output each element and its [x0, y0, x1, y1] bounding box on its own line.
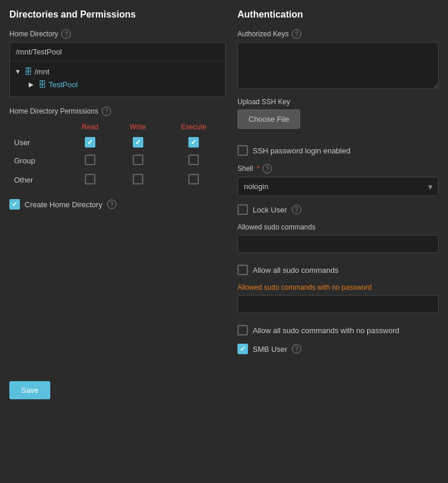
- shell-help-icon[interactable]: ?: [263, 164, 272, 173]
- user-write-checkbox[interactable]: [133, 137, 143, 148]
- perm-row-user-label: User: [9, 133, 66, 151]
- smb-user-row: SMB User ?: [237, 344, 439, 354]
- group-write-checkbox[interactable]: [133, 155, 143, 165]
- authorized-keys-label: Authorized Keys: [237, 30, 288, 38]
- home-directory-label: Home Directory: [9, 30, 58, 38]
- smb-user-label: SMB User: [253, 345, 287, 354]
- allow-all-sudo-no-pwd-checkbox[interactable]: [237, 325, 248, 335]
- tree-child-label: TestPool: [49, 80, 78, 89]
- child-folder-icon: 🗄: [38, 80, 46, 89]
- tree-child-node[interactable]: ▶ 🗄 TestPool: [29, 78, 220, 91]
- allow-all-sudo-checkbox[interactable]: [237, 265, 248, 275]
- home-directory-label-row: Home Directory ?: [9, 29, 226, 39]
- other-write-checkbox[interactable]: [133, 174, 143, 184]
- perm-row-other-label: Other: [9, 170, 66, 190]
- create-home-row: Create Home Directory ?: [9, 199, 226, 210]
- perm-row-group-label: Group: [9, 151, 66, 170]
- allow-all-sudo-label: Allow all sudo commands: [253, 266, 339, 275]
- perm-col-write: Write: [114, 121, 161, 133]
- right-title: Authentication: [237, 9, 439, 20]
- allow-all-sudo-no-pwd-row: Allow all sudo commands with no password: [237, 325, 439, 335]
- allowed-sudo-no-pwd-input[interactable]: [237, 295, 439, 313]
- save-button-area: Save: [0, 372, 448, 409]
- shell-label-row: Shell * ?: [237, 164, 439, 173]
- perm-col-empty: [9, 121, 66, 133]
- shell-select-wrapper: nologin /bin/bash /bin/sh /bin/zsh ▼: [237, 177, 439, 196]
- upload-ssh-label: Upload SSH Key: [237, 98, 439, 106]
- left-title: Directories and Permissions: [9, 9, 226, 20]
- perm-row-user: User: [9, 133, 226, 151]
- directory-tree-container: /mnt/TestPool ▼ 🗄 /mnt ▶ 🗄 TestPool: [9, 42, 226, 97]
- other-execute-checkbox[interactable]: [188, 174, 199, 184]
- choose-file-button[interactable]: Choose File: [237, 109, 300, 129]
- ssh-password-checkbox[interactable]: [237, 145, 248, 156]
- authorized-keys-textarea[interactable]: [237, 42, 439, 89]
- permissions-label-row: Home Directory Permissions ?: [9, 107, 226, 116]
- tree-area: ▼ 🗄 /mnt ▶ 🗄 TestPool: [10, 61, 225, 97]
- lock-user-label: Lock User: [253, 205, 287, 214]
- perm-row-group: Group: [9, 151, 226, 170]
- lock-user-row: Lock User ?: [237, 204, 439, 215]
- shell-required-star: *: [257, 165, 260, 173]
- shell-select[interactable]: nologin /bin/bash /bin/sh /bin/zsh: [237, 177, 439, 196]
- smb-user-help-icon[interactable]: ?: [292, 344, 301, 354]
- allowed-sudo-input[interactable]: [237, 235, 439, 253]
- perm-col-read: Read: [66, 121, 114, 133]
- create-home-help-icon[interactable]: ?: [107, 200, 116, 209]
- permissions-table: Read Write Execute User Group: [9, 121, 226, 190]
- other-read-checkbox[interactable]: [85, 174, 95, 184]
- permissions-help-icon[interactable]: ?: [102, 107, 111, 116]
- right-panel: Authentication Authorized Keys ? Upload …: [237, 9, 439, 362]
- root-folder-icon: 🗄: [24, 67, 32, 76]
- allow-all-sudo-no-pwd-label: Allow all sudo commands with no password: [253, 326, 399, 335]
- user-execute-checkbox[interactable]: [188, 137, 199, 148]
- allow-all-sudo-row: Allow all sudo commands: [237, 265, 439, 275]
- smb-user-checkbox[interactable]: [237, 344, 248, 354]
- tree-root-node[interactable]: ▼ 🗄 /mnt: [15, 65, 220, 78]
- tree-child-area: ▶ 🗄 TestPool: [29, 78, 220, 91]
- authorized-keys-label-row: Authorized Keys ?: [237, 29, 439, 39]
- child-toggle-icon: ▶: [29, 81, 36, 88]
- authorized-keys-help-icon[interactable]: ?: [292, 29, 301, 39]
- user-read-checkbox[interactable]: [85, 137, 95, 148]
- allowed-sudo-label: Allowed sudo commands: [237, 223, 439, 231]
- ssh-password-label: SSH password login enabled: [253, 146, 350, 155]
- create-home-label: Create Home Directory: [25, 200, 102, 209]
- tree-toggle-icon: ▼: [15, 68, 22, 75]
- permissions-section: Home Directory Permissions ? Read Write …: [9, 107, 226, 190]
- home-directory-help-icon[interactable]: ?: [61, 29, 71, 39]
- lock-user-checkbox[interactable]: [237, 204, 248, 215]
- tree-root-label: /mnt: [35, 67, 49, 76]
- allowed-sudo-no-pwd-label: Allowed sudo commands with no password: [237, 283, 439, 292]
- left-panel: Directories and Permissions Home Directo…: [9, 9, 226, 362]
- perm-row-other: Other: [9, 170, 226, 190]
- home-directory-path: /mnt/TestPool: [10, 43, 225, 61]
- permissions-label: Home Directory Permissions: [9, 107, 98, 115]
- create-home-checkbox[interactable]: [9, 199, 20, 210]
- group-execute-checkbox[interactable]: [188, 155, 199, 165]
- perm-col-execute: Execute: [161, 121, 226, 133]
- group-read-checkbox[interactable]: [85, 155, 95, 165]
- shell-label: Shell: [237, 165, 253, 173]
- save-button[interactable]: Save: [9, 381, 50, 399]
- lock-user-help-icon[interactable]: ?: [292, 205, 301, 214]
- ssh-password-row: SSH password login enabled: [237, 145, 439, 156]
